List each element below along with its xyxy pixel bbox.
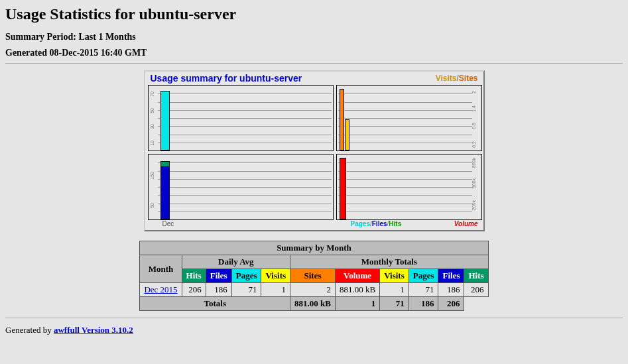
- col-visits2: Visits: [380, 269, 409, 283]
- cell-d-hits: 206: [182, 283, 206, 297]
- month-link[interactable]: Dec 2015: [144, 284, 177, 294]
- cell-d-pages: 71: [231, 283, 261, 297]
- chart-legend-bottom: Pages/Files/Hits: [348, 220, 432, 227]
- col-pages: Pages: [231, 269, 261, 283]
- col-files: Files: [206, 269, 231, 283]
- tot-visits: 1: [335, 297, 379, 311]
- footer: Generated by awffull Version 3.10.2: [5, 325, 623, 335]
- cell-d-files: 186: [206, 283, 231, 297]
- cell-m-hits: 206: [464, 283, 488, 297]
- col-visits: Visits: [261, 269, 290, 283]
- chart-legend-top: Visits/Sites: [436, 74, 478, 83]
- generated-timestamp: Generated 08-Dec-2015 16:40 GMT: [5, 47, 623, 59]
- chart-panel-visits-sites: 0.2 0.8 1.4 2: [336, 85, 482, 151]
- col-sites: Sites: [290, 269, 336, 283]
- awffull-link[interactable]: awffull Version 3.10.2: [54, 325, 133, 335]
- divider: [5, 318, 623, 318]
- col-hits2: Hits: [464, 269, 488, 283]
- tot-volume: 881.00 kB: [290, 297, 336, 311]
- cell-m-volume: 881.00 kB: [335, 283, 379, 297]
- chart-panel-pages: 10 30 50 70: [148, 85, 334, 151]
- tot-hits: 206: [438, 297, 464, 311]
- bar-visits-dec: [345, 119, 349, 151]
- chart-panel-volume: 200k 500k 800k: [336, 154, 482, 220]
- bar-sites-dec: [340, 89, 344, 151]
- page-title: Usage Statistics for ubuntu-server: [5, 5, 623, 23]
- summary-table: Summary by Month Month Daily Avg Monthly…: [139, 241, 488, 311]
- bar-files-dec: [160, 166, 170, 219]
- col-files2: Files: [438, 269, 464, 283]
- col-pages2: Pages: [408, 269, 438, 283]
- totals-row: Totals 881.00 kB 1 71 186 206: [140, 297, 488, 311]
- cell-m-pages: 71: [408, 283, 438, 297]
- col-volume: Volume: [335, 269, 379, 283]
- col-month: Month: [140, 255, 182, 283]
- tot-pages: 71: [380, 297, 409, 311]
- bar-volume-dec: [340, 158, 346, 219]
- cell-m-files: 186: [438, 283, 464, 297]
- col-group-daily: Daily Avg: [182, 255, 290, 269]
- chart-title: Usage summary for ubuntu-server: [151, 73, 302, 84]
- table-row: Dec 2015 206 186 71 1 2 881.00 kB 1 71 1…: [140, 283, 488, 297]
- table-caption: Summary by Month: [140, 241, 488, 255]
- chart-legend-volume: Volume: [432, 220, 478, 227]
- cell-m-visits: 1: [380, 283, 409, 297]
- usage-chart: Usage summary for ubuntu-server Visits/S…: [144, 70, 485, 231]
- chart-panel-hits-files: 50 150: [148, 154, 334, 220]
- bar-pages-dec: [160, 91, 170, 151]
- tot-files: 186: [408, 297, 438, 311]
- cell-m-sites: 2: [290, 283, 336, 297]
- divider: [5, 63, 623, 64]
- col-group-monthly: Monthly Totals: [290, 255, 489, 269]
- totals-label: Totals: [140, 297, 290, 311]
- chart-xlabel: Dec: [151, 220, 348, 227]
- col-hits: Hits: [182, 269, 206, 283]
- summary-period: Summary Period: Last 1 Months: [5, 31, 623, 43]
- cell-d-visits: 1: [261, 283, 290, 297]
